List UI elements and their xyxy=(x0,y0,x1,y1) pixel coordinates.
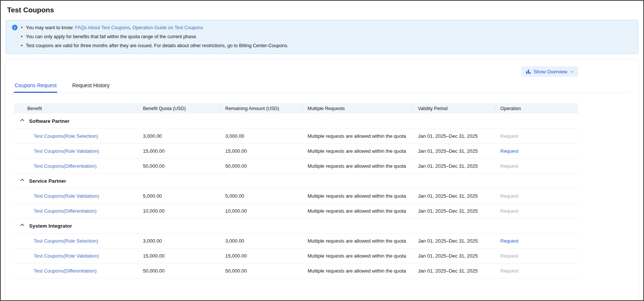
column-header-validity-period: Validity Period xyxy=(412,103,495,113)
benefit-link[interactable]: Test Coupons(Role Validation) xyxy=(34,193,99,199)
coupons-table: Benefit Benefit Quota (USD) Remaining Am… xyxy=(14,103,578,279)
request-action: Request xyxy=(500,253,518,259)
remaining-amount-cell: 15,000.00 xyxy=(220,143,302,158)
group-row: Service Partner xyxy=(14,173,578,188)
benefit-quota-cell: 50,000.00 xyxy=(137,158,220,173)
column-header-benefit: Benefit xyxy=(14,103,137,113)
coupons-card: Show Overview Coupons Request Request Hi… xyxy=(6,59,638,301)
table-row: Test Coupons(Role Selection) 3,000.00 3,… xyxy=(14,128,578,143)
benefit-quota-cell: 5,000.00 xyxy=(137,188,220,203)
benefit-quota-cell: 3,000.00 xyxy=(137,233,220,248)
show-overview-label: Show Overview xyxy=(534,69,567,75)
operation-guide-link[interactable]: Operation Guide on Test Coupons xyxy=(132,25,203,30)
column-header-remaining-amount: Remaining Amount (USD) xyxy=(220,103,302,113)
validity-period-cell: Jan 01, 2025–Dec 31, 2025 xyxy=(412,128,495,143)
validity-period-cell: Jan 01, 2025–Dec 31, 2025 xyxy=(412,248,495,263)
column-header-benefit-quota: Benefit Quota (USD) xyxy=(137,103,220,113)
benefit-quota-cell: 3,000.00 xyxy=(137,128,220,143)
group-row: Software Partner xyxy=(14,113,578,128)
group-header-toggle[interactable]: Software Partner xyxy=(14,113,578,128)
show-overview-button[interactable]: Show Overview xyxy=(521,66,578,77)
table-row: Test Coupons(Differentiation) 50,000.00 … xyxy=(14,263,578,278)
table-row: Test Coupons(Role Selection) 3,000.00 3,… xyxy=(14,233,578,248)
bar-chart-icon xyxy=(526,69,531,74)
chevron-up-icon xyxy=(20,177,25,183)
request-action: Request xyxy=(500,163,518,169)
info-banner: i You may want to know: FAQs About Test … xyxy=(6,20,638,54)
banner-note-prefix: You may want to know: xyxy=(26,25,75,30)
request-action: Request xyxy=(500,208,518,214)
info-icon: i xyxy=(12,25,18,30)
banner-list: You may want to know: FAQs About Test Co… xyxy=(21,23,289,50)
multiple-requests-cell: Multiple requests are allowed within the… xyxy=(302,233,412,248)
benefit-quota-cell: 15,000.00 xyxy=(137,248,220,263)
banner-links-separator: , xyxy=(130,25,132,30)
banner-note-links: You may want to know: FAQs About Test Co… xyxy=(21,23,289,32)
validity-period-cell: Jan 01, 2025–Dec 31, 2025 xyxy=(412,233,495,248)
benefit-link[interactable]: Test Coupons(Role Selection) xyxy=(34,133,98,139)
remaining-amount-cell: 5,000.00 xyxy=(220,188,302,203)
multiple-requests-cell: Multiple requests are allowed within the… xyxy=(302,248,412,263)
table-header: Benefit Benefit Quota (USD) Remaining Am… xyxy=(14,103,578,113)
table-row: Test Coupons(Role Validation) 5,000.00 5… xyxy=(14,188,578,203)
benefit-link[interactable]: Test Coupons(Differentiation) xyxy=(34,163,97,169)
validity-period-cell: Jan 01, 2025–Dec 31, 2025 xyxy=(412,143,495,158)
group-name: Software Partner xyxy=(29,118,70,124)
request-action[interactable]: Request xyxy=(500,238,518,244)
banner-note: You can only apply for benefits that fal… xyxy=(21,32,289,41)
column-header-multiple-requests: Multiple Requests xyxy=(302,103,412,113)
benefit-link[interactable]: Test Coupons(Differentiation) xyxy=(34,208,97,214)
table-row: Test Coupons(Differentiation) 10,000.00 … xyxy=(14,203,578,218)
remaining-amount-cell: 3,000.00 xyxy=(220,233,302,248)
request-action: Request xyxy=(500,133,518,139)
table-row: Test Coupons(Role Validation) 15,000.00 … xyxy=(14,143,578,158)
table-row: Test Coupons(Differentiation) 50,000.00 … xyxy=(14,158,578,173)
request-action: Request xyxy=(500,268,518,274)
benefit-link[interactable]: Test Coupons(Role Validation) xyxy=(34,148,99,154)
card-toolbar: Show Overview xyxy=(14,66,578,77)
group-header-toggle[interactable]: System Integrator xyxy=(14,218,578,233)
tab-request-history[interactable]: Request History xyxy=(71,79,110,92)
chevron-up-icon xyxy=(20,222,25,228)
validity-period-cell: Jan 01, 2025–Dec 31, 2025 xyxy=(412,158,495,173)
multiple-requests-cell: Multiple requests are allowed within the… xyxy=(302,128,412,143)
group-name: Service Partner xyxy=(29,178,66,184)
remaining-amount-cell: 3,000.00 xyxy=(220,128,302,143)
coupons-table-body: Software Partner Test Coupons(Role Selec… xyxy=(14,113,578,278)
benefit-quota-cell: 15,000.00 xyxy=(137,143,220,158)
benefit-link[interactable]: Test Coupons(Role Validation) xyxy=(34,253,99,259)
table-row: Test Coupons(Role Validation) 15,000.00 … xyxy=(14,248,578,263)
group-header-toggle[interactable]: Service Partner xyxy=(14,173,578,188)
page-title: Test Coupons xyxy=(1,1,643,18)
multiple-requests-cell: Multiple requests are allowed within the… xyxy=(302,158,412,173)
group-name: System Integrator xyxy=(29,223,72,229)
benefit-link[interactable]: Test Coupons(Differentiation) xyxy=(34,268,97,274)
multiple-requests-cell: Multiple requests are allowed within the… xyxy=(302,263,412,278)
remaining-amount-cell: 50,000.00 xyxy=(220,263,302,278)
chevron-down-icon xyxy=(570,70,574,74)
group-row: System Integrator xyxy=(14,218,578,233)
validity-period-cell: Jan 01, 2025–Dec 31, 2025 xyxy=(412,188,495,203)
validity-period-cell: Jan 01, 2025–Dec 31, 2025 xyxy=(412,203,495,218)
tab-coupons-request[interactable]: Coupons Request xyxy=(14,79,57,92)
multiple-requests-cell: Multiple requests are allowed within the… xyxy=(302,188,412,203)
chevron-up-icon xyxy=(20,118,25,124)
multiple-requests-cell: Multiple requests are allowed within the… xyxy=(302,203,412,218)
banner-note: Test coupons are valid for three months … xyxy=(21,41,289,50)
faq-link[interactable]: FAQs About Test Coupons xyxy=(75,25,130,30)
screen: Test Coupons i You may want to know: FAQ… xyxy=(0,0,644,301)
multiple-requests-cell: Multiple requests are allowed within the… xyxy=(302,143,412,158)
remaining-amount-cell: 10,000.00 xyxy=(220,203,302,218)
request-action[interactable]: Request xyxy=(500,148,518,154)
benefit-quota-cell: 10,000.00 xyxy=(137,203,220,218)
validity-period-cell: Jan 01, 2025–Dec 31, 2025 xyxy=(412,263,495,278)
benefit-link[interactable]: Test Coupons(Role Selection) xyxy=(34,238,98,244)
tabs: Coupons Request Request History xyxy=(14,79,630,93)
remaining-amount-cell: 50,000.00 xyxy=(220,158,302,173)
benefit-quota-cell: 50,000.00 xyxy=(137,263,220,278)
request-action: Request xyxy=(500,193,518,199)
remaining-amount-cell: 15,000.00 xyxy=(220,248,302,263)
column-header-operation: Operation xyxy=(495,103,578,113)
